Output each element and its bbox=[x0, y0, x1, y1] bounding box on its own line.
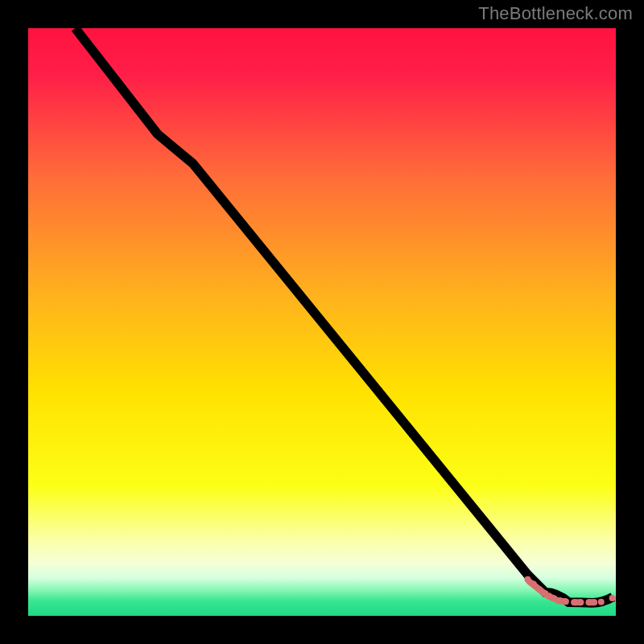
data-dot bbox=[577, 599, 584, 605]
data-dot bbox=[524, 576, 530, 583]
data-dot bbox=[572, 599, 578, 605]
data-dot bbox=[550, 595, 556, 601]
data-dot bbox=[536, 586, 543, 592]
data-dot bbox=[561, 598, 568, 605]
chart-frame: TheBottleneck.com bbox=[0, 0, 644, 644]
data-dot bbox=[530, 581, 537, 588]
data-dot bbox=[609, 595, 616, 601]
data-dot bbox=[591, 599, 597, 605]
plot-svg bbox=[28, 28, 616, 616]
data-dot bbox=[598, 599, 605, 605]
plot-area bbox=[28, 28, 616, 616]
watermark-text: TheBottleneck.com bbox=[478, 3, 633, 24]
